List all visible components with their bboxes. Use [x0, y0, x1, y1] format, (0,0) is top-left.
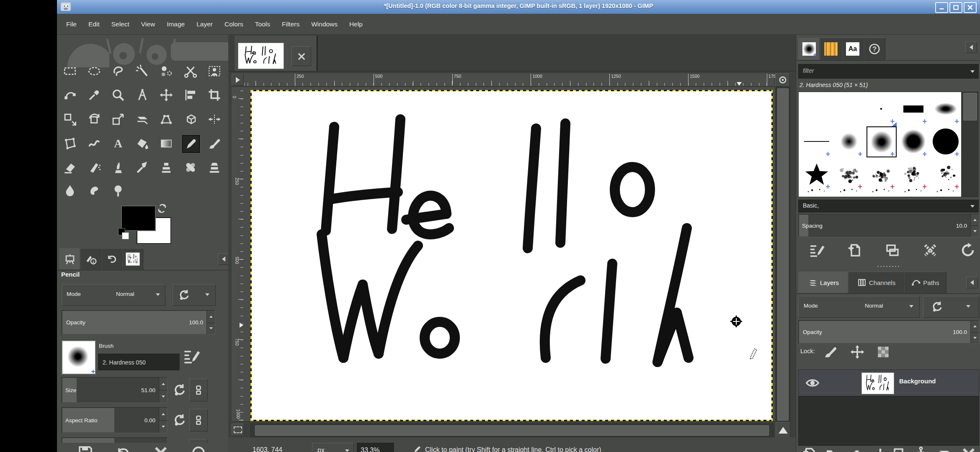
dialog-tab-brushes[interactable]: +	[798, 38, 820, 60]
horizontal-ruler[interactable]: 2505007501000125015001750	[244, 73, 774, 87]
layer-opacity-slider[interactable]: Opacity 100.0	[798, 320, 979, 344]
foreground-color-swatch[interactable]	[121, 205, 156, 231]
menu-select[interactable]: Select	[106, 14, 135, 35]
tool-align[interactable]	[181, 86, 200, 104]
tool-rotate[interactable]	[85, 110, 103, 128]
tool-measure[interactable]	[133, 86, 152, 104]
canvas-viewport[interactable]	[244, 87, 775, 421]
anchor-layer-button[interactable]	[913, 446, 929, 452]
maximize-button[interactable]	[949, 2, 962, 13]
tool-clone[interactable]	[157, 158, 175, 177]
restore-preset-button[interactable]	[115, 444, 132, 452]
brush-specks-1[interactable]	[802, 185, 831, 197]
navigation-button[interactable]	[776, 422, 790, 439]
brush-block[interactable]: +	[899, 94, 928, 124]
tool-zoom[interactable]	[109, 86, 127, 104]
tool-heal[interactable]	[181, 158, 200, 177]
new-layer-button[interactable]	[801, 446, 818, 452]
save-preset-button[interactable]	[77, 444, 94, 452]
reset-size-icon[interactable]	[173, 383, 187, 397]
lock-position-icon[interactable]	[850, 344, 865, 360]
layer-visibility-eye-icon[interactable]	[805, 375, 820, 391]
tool-airbrush[interactable]	[85, 158, 103, 177]
menu-edit[interactable]: Edit	[83, 14, 106, 35]
dock-collapse-button[interactable]	[218, 253, 230, 265]
brush-grid-scrollbar[interactable]	[962, 92, 978, 197]
edit-brush-icon[interactable]	[183, 347, 201, 365]
refresh-brushes-button[interactable]	[959, 241, 976, 259]
menu-layer[interactable]: Layer	[191, 14, 219, 35]
edit-brush-button[interactable]	[809, 241, 825, 259]
tool-bucket-fill[interactable]	[133, 134, 152, 153]
dock-resize-grip[interactable]	[796, 266, 980, 267]
tool-crop[interactable]	[205, 86, 224, 104]
layer-list-empty-area[interactable]	[798, 396, 979, 446]
tool-ellipse-select[interactable]	[85, 62, 103, 80]
swap-colors-icon[interactable]	[157, 203, 168, 213]
layer-mode-switch-buttons[interactable]	[923, 296, 979, 318]
brush-filter-input[interactable]: filter	[798, 64, 979, 79]
brush-pixel[interactable]: +	[867, 94, 896, 124]
menu-windows[interactable]: Windows	[305, 14, 343, 35]
close-tab-icon[interactable]	[291, 46, 311, 66]
delete-brush-button[interactable]	[922, 241, 939, 259]
dialog-tab-paths[interactable]: Paths	[904, 272, 946, 293]
dialog-tab-help[interactable]: ?	[864, 38, 885, 60]
horizontal-scrollbar[interactable]	[250, 424, 774, 437]
menu-colors[interactable]: Colors	[219, 14, 249, 35]
size-slider[interactable]: Size 51.00	[62, 377, 168, 403]
brush-group-select[interactable]: Basic,	[798, 200, 979, 213]
brush-blank[interactable]	[802, 94, 831, 124]
zoom-follow-window-toggle[interactable]	[775, 73, 790, 87]
layer-thumbnail[interactable]	[861, 372, 894, 394]
brush-blank[interactable]	[834, 94, 864, 124]
canvas[interactable]	[250, 90, 773, 421]
menu-tools[interactable]: Tools	[249, 14, 276, 35]
tool-blur-sharpen[interactable]	[61, 181, 79, 200]
aspect-spinner[interactable]	[159, 408, 167, 433]
aspect-ratio-slider[interactable]: Aspect Ratio 0.00	[62, 407, 168, 433]
menu-filters[interactable]: Filters	[276, 14, 305, 35]
merge-layer-button[interactable]	[936, 446, 953, 452]
dialog-tab-channels[interactable]: Channels	[848, 272, 904, 293]
tool-handle-transform[interactable]	[157, 110, 175, 128]
tool-fuzzy-select[interactable]	[133, 62, 152, 80]
quick-mask-toggle[interactable]	[232, 424, 244, 436]
delete-preset-button[interactable]	[152, 444, 169, 452]
vertical-ruler[interactable]: 02505007501000	[232, 87, 244, 421]
dock-tab-device-status[interactable]	[80, 248, 101, 270]
dialog-tab-fonts[interactable]: Aa	[842, 38, 864, 60]
tool-rectangle-select[interactable]	[61, 62, 79, 80]
tool-scissors-select[interactable]	[181, 62, 200, 80]
brush-hardness-025[interactable]: +	[834, 126, 864, 157]
tool-color-picker[interactable]	[85, 86, 103, 104]
brush-hardness-100[interactable]: +	[931, 126, 960, 157]
menu-help[interactable]: Help	[343, 14, 369, 35]
opacity-spinner[interactable]	[206, 311, 215, 334]
dock-tab-undo-history[interactable]	[101, 248, 122, 270]
default-colors-icon-bg[interactable]	[122, 232, 129, 239]
brush-grid[interactable]: +++++++++++++	[798, 92, 962, 197]
dock-tab-image-thumbnail[interactable]	[122, 248, 143, 270]
tool-warp-transform[interactable]	[85, 134, 103, 153]
image-tab[interactable]	[235, 36, 317, 71]
menu-file[interactable]: File	[60, 14, 83, 35]
link-size-icon[interactable]	[189, 379, 208, 401]
tool-gradient[interactable]	[157, 134, 175, 153]
tool-pencil[interactable]	[181, 134, 201, 154]
tool-scale[interactable]	[109, 110, 127, 128]
tool-cage-transform[interactable]	[61, 134, 79, 153]
tool-flip[interactable]	[205, 110, 224, 128]
reset-tool-button[interactable]	[190, 444, 207, 452]
delete-layer-button[interactable]	[960, 446, 977, 452]
minimize-button[interactable]	[935, 2, 948, 13]
brush-line[interactable]: +	[802, 126, 831, 157]
unit-select[interactable]: px	[312, 443, 354, 452]
tool-paintbrush[interactable]	[205, 134, 224, 153]
tool-3d-transform[interactable]	[181, 110, 200, 128]
paint-mode-select[interactable]: Mode Normal	[62, 284, 165, 306]
spacing-spinner[interactable]	[970, 214, 979, 237]
tool-dodge-burn[interactable]	[109, 181, 127, 200]
layer-opacity-spinner[interactable]	[970, 321, 979, 344]
ruler-menu-button[interactable]	[232, 74, 244, 86]
